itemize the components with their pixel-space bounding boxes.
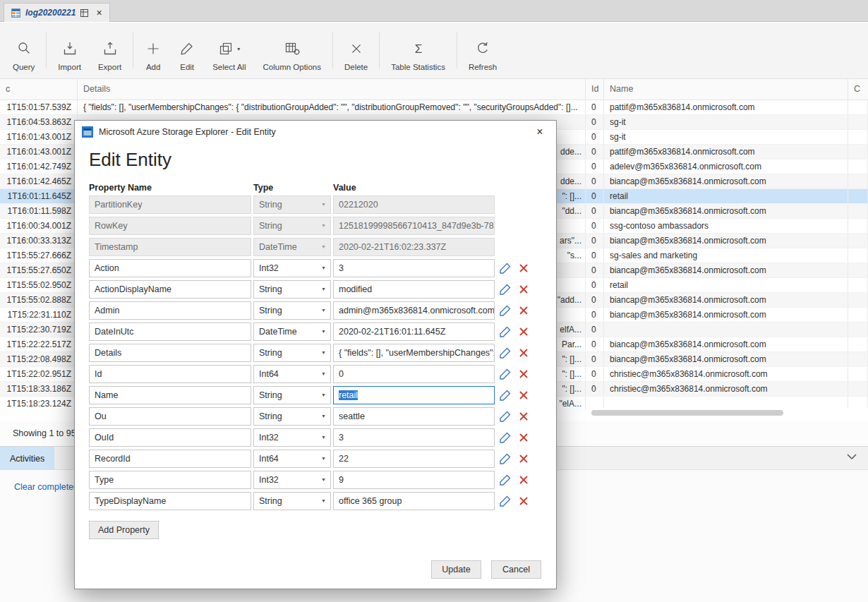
table-statistics-button[interactable]: Σ Table Statistics	[382, 25, 454, 76]
collapse-chevron-icon[interactable]	[847, 454, 857, 460]
tab-close-icon[interactable]: ×	[96, 8, 102, 18]
delete-property-icon[interactable]	[517, 303, 531, 318]
edit-property-icon[interactable]	[498, 431, 512, 445]
delete-property-icon[interactable]	[517, 367, 531, 381]
property-name-field[interactable]: Timestamp	[89, 238, 251, 256]
select-all-button[interactable]: ▼ Select All	[204, 25, 254, 76]
property-type-select[interactable]: DateTime ▼	[253, 323, 331, 341]
column-header-name[interactable]: Name	[604, 79, 848, 100]
export-button[interactable]: Export	[90, 25, 130, 76]
property-value-field[interactable]: 3	[333, 428, 495, 447]
tab-log20200221[interactable]: log20200221 ×	[4, 3, 110, 22]
cell-id: 0	[586, 130, 604, 144]
delete-property-icon[interactable]	[517, 346, 531, 360]
property-value-field[interactable]: 0	[333, 365, 495, 383]
property-type-select[interactable]: String ▼	[253, 407, 331, 426]
property-name-field[interactable]: Name	[89, 386, 251, 404]
delete-property-icon[interactable]	[517, 494, 531, 508]
property-type-select[interactable]: String ▼	[253, 195, 331, 214]
delete-property-icon[interactable]	[517, 473, 531, 487]
property-row: Name String ▼ retail	[89, 385, 543, 406]
import-button[interactable]: Import	[49, 25, 90, 76]
property-value-field[interactable]: { "fields": [], "userMembershipChanges":	[333, 344, 495, 362]
table-row[interactable]: 1T15:01:57.539Z { "fields": [], "userMem…	[0, 100, 868, 115]
property-type-select[interactable]: Int64 ▼	[253, 450, 331, 468]
delete-property-icon[interactable]	[517, 388, 531, 402]
update-button[interactable]: Update	[431, 560, 481, 579]
property-value-field[interactable]: 3	[333, 259, 495, 277]
refresh-button[interactable]: Refresh	[460, 25, 505, 76]
edit-property-icon[interactable]	[498, 388, 512, 402]
property-value-field[interactable]: 9	[333, 471, 495, 489]
property-type-select[interactable]: String ▼	[253, 344, 331, 362]
delete-property-icon[interactable]	[517, 282, 531, 296]
column-options-icon	[284, 40, 301, 57]
property-value-field[interactable]: 2020-02-21T16:02:23.337Z	[333, 238, 495, 256]
property-value-field[interactable]: 2020-02-21T16:01:11.645Z	[333, 323, 495, 341]
edit-property-icon[interactable]	[498, 452, 512, 466]
property-name-field[interactable]: Action	[89, 259, 251, 277]
property-type-select[interactable]: Int32 ▼	[253, 259, 331, 277]
property-name-field[interactable]: Details	[89, 344, 251, 362]
delete-property-icon[interactable]	[517, 431, 531, 445]
edit-property-icon[interactable]	[498, 473, 512, 487]
column-options-button[interactable]: Column Options	[254, 25, 329, 76]
delete-property-icon[interactable]	[517, 261, 531, 275]
property-name-field[interactable]: RowKey	[89, 217, 251, 235]
property-name-field[interactable]: PartitionKey	[89, 195, 251, 214]
horizontal-scrollbar[interactable]	[591, 410, 783, 416]
property-name-field[interactable]: RecordId	[89, 450, 251, 468]
tab-activities[interactable]: Activities	[0, 447, 54, 470]
edit-property-icon[interactable]	[498, 346, 512, 360]
property-value-field[interactable]: 22	[333, 450, 495, 468]
property-type-select[interactable]: String ▼	[253, 301, 331, 320]
property-type-select[interactable]: DateTime ▼	[253, 238, 331, 256]
property-name-field[interactable]: Ou	[89, 407, 251, 426]
property-value-field[interactable]: seattle	[333, 407, 495, 426]
column-header-extra[interactable]: C	[848, 79, 868, 100]
property-value-field[interactable]: office 365 group	[333, 492, 495, 510]
property-type-select[interactable]: String ▼	[253, 217, 331, 235]
property-name-field[interactable]: Type	[89, 471, 251, 489]
dialog-close-icon[interactable]: ×	[524, 121, 556, 143]
property-type-select[interactable]: String ▼	[253, 386, 331, 404]
property-type-select[interactable]: Int64 ▼	[253, 365, 331, 383]
property-name-field[interactable]: TypeDisplayName	[89, 492, 251, 510]
edit-property-icon[interactable]	[498, 261, 512, 275]
column-header-id[interactable]: Id	[586, 79, 604, 100]
property-name-field[interactable]: Admin	[89, 301, 251, 320]
property-value-field[interactable]: retail	[333, 386, 495, 404]
property-type-select[interactable]: Int32 ▼	[253, 428, 331, 447]
property-name-field[interactable]: DateInUtc	[89, 323, 251, 341]
property-name-field[interactable]: ActionDisplayName	[89, 280, 251, 299]
add-property-button[interactable]: Add Property	[89, 521, 159, 539]
edit-property-icon[interactable]	[498, 367, 512, 381]
property-value-field[interactable]: modified	[333, 280, 495, 299]
delete-property-icon[interactable]	[517, 409, 531, 423]
edit-property-icon[interactable]	[498, 282, 512, 296]
edit-button[interactable]: Edit	[170, 25, 204, 76]
cell-id: 0	[586, 174, 604, 188]
add-button[interactable]: Add	[136, 25, 170, 76]
query-button[interactable]: Query	[4, 25, 43, 76]
edit-property-icon[interactable]	[498, 303, 512, 318]
cell-extra	[848, 382, 868, 396]
delete-button[interactable]: Delete	[336, 25, 376, 76]
edit-property-icon[interactable]	[498, 494, 512, 508]
property-type-select[interactable]: String ▼	[253, 492, 331, 510]
edit-property-icon[interactable]	[498, 409, 512, 423]
clear-completed-link[interactable]: Clear completed	[14, 482, 78, 492]
column-header-dateinutc[interactable]: c	[0, 79, 78, 100]
column-header-details[interactable]: Details	[78, 79, 586, 100]
edit-property-icon[interactable]	[498, 325, 512, 339]
cancel-button[interactable]: Cancel	[491, 560, 541, 579]
property-name-field[interactable]: OuId	[89, 428, 251, 447]
property-name-field[interactable]: Id	[89, 365, 251, 383]
delete-property-icon[interactable]	[517, 325, 531, 339]
property-value-field[interactable]: admin@m365x836814.onmicrosoft.com	[333, 301, 495, 320]
property-value-field[interactable]: 12518199998566710413_847d9e3b-7852	[333, 217, 495, 235]
delete-property-icon[interactable]	[517, 452, 531, 466]
property-value-field[interactable]: 02212020	[333, 195, 495, 214]
property-type-select[interactable]: String ▼	[253, 280, 331, 299]
property-type-select[interactable]: Int32 ▼	[253, 471, 331, 489]
